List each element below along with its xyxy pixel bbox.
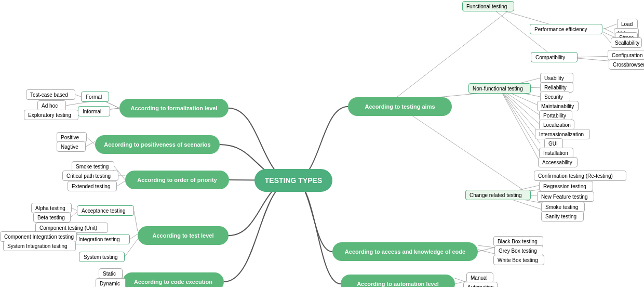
- svg-line-10: [134, 211, 138, 231]
- leaf-reliability: Reliability: [540, 82, 573, 93]
- leaf-portability: Portability: [539, 110, 572, 121]
- leaf-beta-testing: Beta testing: [33, 212, 71, 223]
- svg-line-38: [500, 88, 540, 144]
- leaf-extended-testing: Extended testing: [68, 181, 117, 191]
- leaf-smoke-testing: Smoke testing: [541, 202, 585, 212]
- leaf-alpha-testing: Alpha testing: [31, 203, 72, 213]
- svg-line-36: [500, 88, 540, 125]
- branch-priority: According to order of priority: [125, 171, 229, 189]
- leaf-grey-box-testing: Grey Box testing: [494, 245, 543, 256]
- leaf-non-functional-testing: Non-functional testing: [468, 83, 531, 94]
- leaf-formal: Formal: [81, 92, 109, 102]
- leaf-white-box-testing: White Box testing: [493, 255, 544, 265]
- leaf-critical-path-testing: Critical path testing: [62, 171, 118, 181]
- leaf-exploratory-testing: Exploratory testing: [24, 110, 78, 120]
- branch-accesscode: According to access and knowledge of cod…: [332, 242, 478, 261]
- svg-line-39: [500, 88, 540, 153]
- branch-testingaims: According to testing aims: [348, 97, 452, 116]
- leaf-component-integration-testing: Component Integration testing: [0, 231, 77, 242]
- branch-codeexec: According to code execution: [123, 272, 224, 287]
- leaf-test-case-based: Test-case based: [26, 89, 75, 100]
- leaf-automation: Automation: [463, 282, 498, 287]
- svg-line-13: [71, 212, 77, 217]
- leaf-black-box-testing: Black Box testing: [493, 236, 543, 246]
- svg-line-9: [117, 181, 125, 186]
- svg-line-26: [603, 34, 611, 43]
- leaf-crossbrowser: Crossbrowser: [609, 59, 644, 70]
- leaf-system-testing: System testing: [79, 252, 125, 262]
- leaf-integration-testing: Integration testing: [74, 234, 130, 244]
- leaf-system-integration-testing: System Integration testing: [3, 241, 76, 251]
- svg-line-24: [603, 28, 614, 33]
- leaf-configuration: Configuration: [608, 50, 644, 60]
- leaf-accessability: Accessability: [538, 157, 578, 167]
- leaf-security: Security: [540, 92, 570, 102]
- leaf-performance-efficiency: Performance efficiency: [530, 24, 602, 34]
- leaf-confirmation-testing-(re-testing): Confirmation testing (Re-testing): [534, 171, 626, 181]
- svg-line-12: [72, 208, 77, 211]
- branch-automation: According to automation level: [341, 275, 455, 287]
- branch-formalization: According to formalization level: [119, 99, 229, 118]
- leaf-informal: Informal: [78, 106, 110, 116]
- leaf-change-related-testing: Change related testing: [465, 190, 531, 200]
- leaf-localization: Localization: [539, 120, 574, 130]
- svg-line-22: [395, 104, 531, 195]
- svg-line-11: [130, 234, 138, 239]
- leaf-installation: Installation: [539, 148, 573, 158]
- leaf-acceptance-testing: Acceptance testing: [77, 205, 134, 216]
- svg-line-40: [500, 88, 540, 162]
- leaf-nagtive: Nagtive: [57, 141, 86, 152]
- leaf-internasionalization: Internasionalization: [535, 129, 590, 139]
- leaf-maintainability: Maintainability: [537, 101, 579, 111]
- leaf-load: Load: [617, 19, 638, 29]
- leaf-functional-testing: Functional testing: [462, 1, 514, 11]
- leaf-new-feature-testing: New Feature testing: [537, 191, 594, 202]
- svg-line-6: [86, 141, 95, 147]
- leaf-manual: Manual: [466, 272, 493, 283]
- leaf-sanity-testing: Sanity testing: [541, 211, 584, 221]
- branch-positiveness: According to positiveness of scenarios: [95, 135, 220, 154]
- leaf-dynamic: Dynamic: [96, 278, 126, 287]
- center-node: TESTING TYPES: [254, 169, 332, 192]
- leaf-regression-testing: Regression testing: [539, 181, 593, 191]
- leaf-scallability: Scallability: [611, 37, 642, 48]
- svg-line-2: [75, 95, 81, 97]
- branch-testlevel: According to test level: [138, 226, 229, 245]
- leaf-positive: Positive: [57, 132, 87, 142]
- leaf-ad-hoc: Ad hoc: [37, 100, 66, 111]
- leaf-compatibility: Compatibility: [531, 52, 578, 62]
- leaf-usability: Usability: [540, 73, 573, 83]
- leaf-smoke-testing: Smoke testing: [72, 161, 114, 172]
- leaf-static: Static: [99, 268, 123, 279]
- leaf-gui: GUI: [544, 138, 563, 149]
